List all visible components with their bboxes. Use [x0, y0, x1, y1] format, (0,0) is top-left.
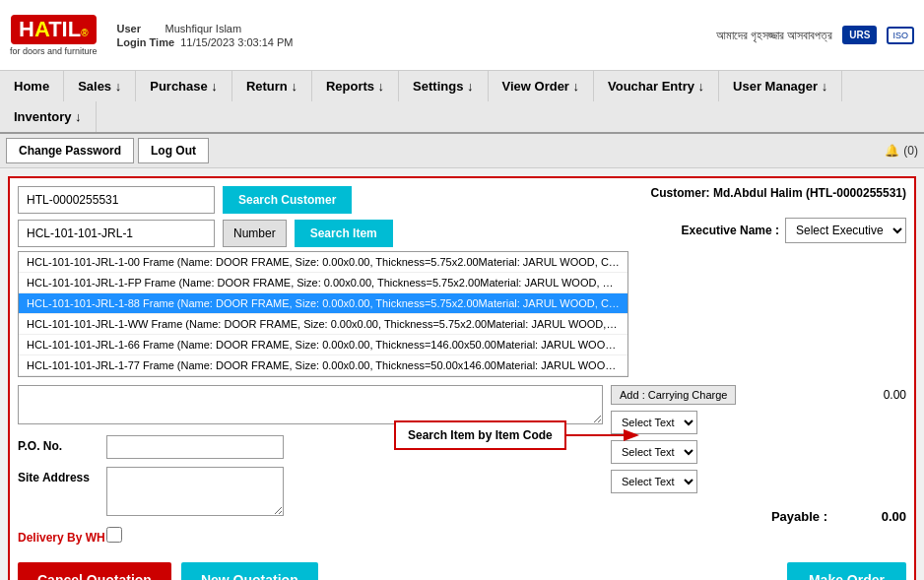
nav-reports[interactable]: Reports ↓ — [312, 71, 399, 101]
po-no-input[interactable] — [106, 435, 284, 459]
select-text-row-1: Select Text — [611, 411, 906, 434]
dropdown-item-3[interactable]: HCL-101-101-JRL-1-WW Frame (Name: DOOR F… — [19, 314, 627, 335]
lower-section: P.O. No. Site Address Delivery By WH — [18, 385, 906, 552]
nav-sales[interactable]: Sales ↓ — [64, 71, 136, 101]
header-right: আমাদের গৃহসজ্জার আসবাবপত্র URS ISO — [716, 26, 914, 44]
user-info: User Mushfiqur Islam Login Time 11/15/20… — [117, 21, 294, 50]
nav-inventory[interactable]: Inventory ↓ — [0, 101, 97, 132]
po-no-label: P.O. No. — [18, 435, 106, 453]
logo-wrap: HATIL® for doors and furniture — [10, 15, 98, 56]
delivery-checkbox[interactable] — [106, 527, 122, 543]
site-address-row: Site Address — [18, 467, 603, 519]
bottom-bar: Cancel Quotation New Quotation Make Orde… — [18, 562, 906, 580]
item-code-input[interactable] — [18, 220, 215, 247]
select-text-2[interactable]: Select Text — [611, 440, 697, 464]
select-text-3[interactable]: Select Text — [611, 470, 697, 493]
sub-nav: Change Password Log Out 🔔 (0) — [0, 134, 924, 168]
po-no-field — [106, 435, 603, 459]
cert-box: ISO — [887, 27, 914, 44]
bengali-text: আমাদের গৃহসজ্জার আসবাবপত্র — [716, 29, 833, 42]
customer-search-row: Search Customer — [18, 186, 591, 214]
change-password-button[interactable]: Change Password — [6, 138, 134, 163]
content-box: Customer: Md.Abdul Halim (HTL-0000255531… — [8, 176, 916, 580]
cancel-quotation-button[interactable]: Cancel Quotation — [18, 562, 171, 580]
site-address-input[interactable] — [106, 467, 284, 516]
urs-badge: URS — [842, 26, 877, 44]
bell-area: 🔔 (0) — [885, 144, 918, 158]
logo: HATIL® — [11, 15, 97, 44]
customer-id-input[interactable] — [18, 186, 215, 214]
carrying-charge-value: 0.00 — [847, 388, 906, 402]
nav-user-manager[interactable]: User Manager ↓ — [719, 71, 842, 101]
make-order-button[interactable]: Make Order — [787, 562, 906, 580]
search-customer-button[interactable]: Search Customer — [223, 186, 352, 214]
dropdown-item-2[interactable]: HCL-101-101-JRL-1-88 Frame (Name: DOOR F… — [19, 293, 627, 314]
nav-view-order[interactable]: View Order ↓ — [489, 71, 595, 101]
customer-display: Customer: Md.Abdul Halim (HTL-0000255531… — [651, 186, 906, 200]
nav-home[interactable]: Home — [0, 71, 64, 101]
select-text-1[interactable]: Select Text — [611, 411, 697, 434]
logo-tagline: for doors and furniture — [10, 46, 98, 56]
bell-count: (0) — [903, 144, 918, 158]
login-time-value: 11/15/2023 3:03:14 PM — [180, 36, 293, 48]
dropdown-item-4[interactable]: HCL-101-101-JRL-1-66 Frame (Name: DOOR F… — [19, 335, 627, 355]
user-label: User — [117, 23, 141, 34]
select-text-row-2: Select Text — [611, 440, 906, 464]
site-address-field — [106, 467, 603, 519]
nav-return[interactable]: Return ↓ — [232, 71, 312, 101]
dropdown-item-5[interactable]: HCL-101-101-JRL-1-77 Frame (Name: DOOR F… — [19, 355, 627, 376]
right-panel: Add : Carrying Charge 0.00 Select Text S… — [611, 385, 906, 552]
delivery-row: Delivery By WH — [18, 527, 603, 545]
exec-label: Executive Name : — [682, 224, 779, 237]
main-area: Customer: Md.Abdul Halim (HTL-0000255531… — [0, 168, 924, 580]
nav-vouchar[interactable]: Vouchar Entry ↓ — [594, 71, 719, 101]
nav-settings[interactable]: Settings ↓ — [399, 71, 488, 101]
remarks-textarea[interactable] — [18, 385, 603, 424]
left-form: P.O. No. Site Address Delivery By WH — [18, 385, 603, 552]
new-quotation-button[interactable]: New Quotation — [181, 562, 318, 580]
dropdown-item-1[interactable]: HCL-101-101-JRL-1-FP Frame (Name: DOOR F… — [19, 273, 627, 293]
payable-value: 0.00 — [837, 509, 906, 524]
carrying-charge-button[interactable]: Add : Carrying Charge — [611, 385, 736, 405]
user-value: Mushfiqur Islam — [165, 23, 241, 34]
login-time-label: Login Time — [117, 36, 174, 48]
carrying-charge-row: Add : Carrying Charge 0.00 — [611, 385, 906, 405]
dropdown-item-0[interactable]: HCL-101-101-JRL-1-00 Frame (Name: DOOR F… — [19, 252, 627, 273]
search-item-button[interactable]: Search Item — [295, 220, 393, 247]
site-address-label: Site Address — [18, 467, 106, 484]
header: HATIL® for doors and furniture User Mush… — [0, 0, 924, 71]
select-text-row-3: Select Text — [611, 470, 906, 493]
nav-purchase[interactable]: Purchase ↓ — [136, 71, 232, 101]
item-dropdown: HCL-101-101-JRL-1-00 Frame (Name: DOOR F… — [18, 251, 628, 377]
exec-select[interactable]: Select Executive — [785, 218, 906, 243]
payable-label: Payable : — [771, 509, 827, 524]
item-search-row: Number Search Item — [18, 220, 591, 247]
bell-icon: 🔔 — [885, 144, 899, 158]
executive-row: Executive Name : Select Executive — [682, 218, 906, 243]
payable-row: Payable : 0.00 — [611, 509, 906, 524]
nav-bar: Home Sales ↓ Purchase ↓ Return ↓ Reports… — [0, 71, 924, 134]
number-button[interactable]: Number — [223, 220, 287, 247]
logout-button[interactable]: Log Out — [138, 138, 209, 163]
delivery-label: Delivery By WH — [18, 527, 106, 545]
po-no-row: P.O. No. — [18, 435, 603, 459]
